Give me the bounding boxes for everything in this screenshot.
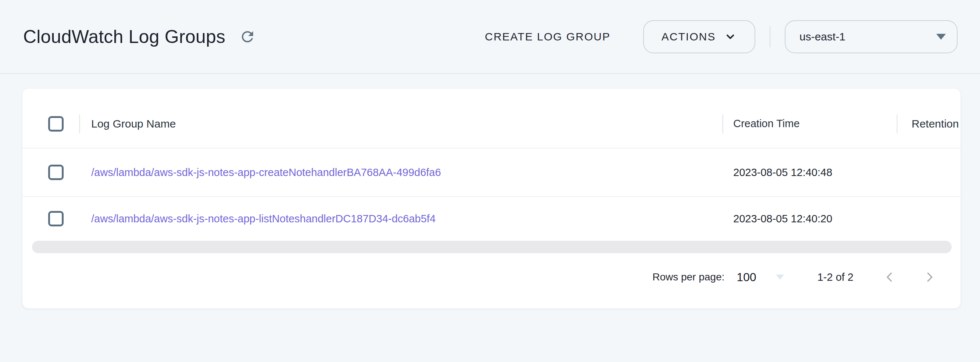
creation-time-cell: 2023-08-05 12:40:48 [723,167,897,179]
log-group-link[interactable]: /aws/lambda/aws-sdk-js-notes-app-createN… [91,167,441,178]
log-group-name-cell: /aws/lambda/aws-sdk-js-notes-app-createN… [80,166,722,179]
pagination-bar: Rows per page: 100 1-2 of 2 [22,253,961,309]
table-row: /aws/lambda/aws-sdk-js-notes-app-listNot… [22,197,961,240]
row-checkbox[interactable] [48,211,64,226]
log-groups-card: Log Group Name Creation Time Retention /… [22,88,961,309]
cloudwatch-log-groups-page: CloudWatch Log Groups CREATE LOG GROUP A… [0,0,980,362]
column-spacer [897,209,897,228]
refresh-icon [239,28,256,45]
actions-button-label: ACTIONS [662,30,716,43]
rows-per-page-label: Rows per page: [652,271,724,283]
page-title: CloudWatch Log Groups [23,26,226,48]
row-checkbox[interactable] [48,165,64,180]
column-spacer [897,163,897,182]
chevron-right-icon [922,270,937,284]
previous-page-button[interactable] [882,268,897,286]
refresh-button[interactable] [237,26,259,48]
row-select-cell [33,165,79,180]
dropdown-arrow-icon[interactable] [776,275,784,280]
actions-button[interactable]: ACTIONS [643,20,755,53]
rows-per-page-select[interactable]: 100 [737,270,756,284]
pagination-range-label: 1-2 of 2 [818,271,853,283]
select-all-cell [33,116,79,132]
header-divider [770,26,770,48]
log-group-link[interactable]: /aws/lambda/aws-sdk-js-notes-app-listNot… [91,213,436,225]
chevron-left-icon [882,270,897,284]
log-group-name-cell: /aws/lambda/aws-sdk-js-notes-app-listNot… [80,213,722,225]
horizontal-scrollbar[interactable] [32,241,952,253]
column-header-log-group-name[interactable]: Log Group Name [80,117,722,130]
table-header-row: Log Group Name Creation Time Retention [22,100,961,148]
creation-time-cell: 2023-08-05 12:40:20 [723,213,897,225]
select-all-checkbox[interactable] [48,116,64,132]
next-page-button[interactable] [922,268,937,286]
column-header-retention[interactable]: Retention [897,117,961,130]
region-selector[interactable]: us-east-1 [785,20,958,53]
create-log-group-button[interactable]: CREATE LOG GROUP [476,24,620,49]
table-row: /aws/lambda/aws-sdk-js-notes-app-createN… [22,148,961,197]
page-header: CloudWatch Log Groups CREATE LOG GROUP A… [0,0,980,74]
region-selector-value: us-east-1 [799,30,936,43]
row-select-cell [33,211,79,226]
chevron-down-icon [724,30,737,43]
column-header-creation-time[interactable]: Creation Time [723,117,897,130]
dropdown-arrow-icon [936,34,946,40]
